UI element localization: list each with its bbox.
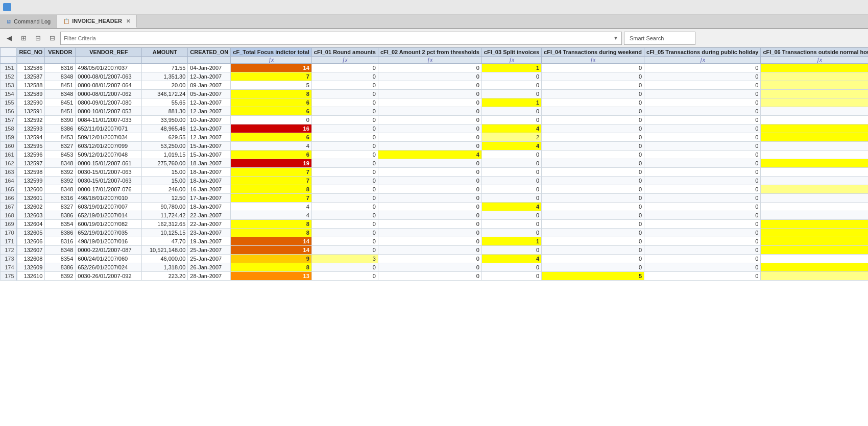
- cell-created_on[interactable]: 18-Jan-2007: [188, 177, 231, 185]
- col-vendor-header[interactable]: VENDOR: [45, 48, 76, 57]
- cell-cfi_05[interactable]: 0: [644, 64, 761, 72]
- smart-search-button[interactable]: Smart Search: [624, 32, 695, 45]
- cell-rowNum[interactable]: 152: [1, 72, 17, 81]
- cell-cf_total[interactable]: 6: [231, 98, 312, 107]
- cell-cfi_06[interactable]: 0: [761, 142, 868, 151]
- fx-cfi03[interactable]: ƒx: [481, 57, 541, 64]
- fx-cfi04[interactable]: ƒx: [542, 57, 644, 64]
- cell-cfi_05[interactable]: 0: [644, 185, 761, 194]
- cell-cfi_04[interactable]: 0: [542, 142, 644, 151]
- cell-cfi_05[interactable]: 0: [644, 116, 761, 124]
- cell-vendor[interactable]: 8392: [45, 168, 76, 177]
- cell-amount[interactable]: 12.50: [142, 194, 188, 203]
- cell-cfi_03[interactable]: 0: [481, 90, 541, 98]
- cell-cf_total[interactable]: 8: [231, 185, 312, 194]
- cell-cfi_05[interactable]: 0: [644, 168, 761, 177]
- cell-cfi_02[interactable]: 0: [378, 194, 481, 203]
- cell-rec_no[interactable]: 132591: [17, 107, 45, 116]
- cell-rec_no[interactable]: 132597: [17, 159, 45, 168]
- tab-commandlog[interactable]: 🖥 Command Log: [0, 15, 57, 28]
- cell-amount[interactable]: 55.65: [142, 98, 188, 107]
- cell-amount[interactable]: 162,312.65: [142, 220, 188, 229]
- cell-cfi_06[interactable]: 6: [761, 220, 868, 229]
- col-cfi05-header[interactable]: cFI_05 Transactions during public holida…: [644, 48, 761, 57]
- cell-cfi_05[interactable]: 0: [644, 255, 761, 263]
- cell-cfi_02[interactable]: 0: [378, 72, 481, 81]
- cell-rowNum[interactable]: 162: [1, 159, 17, 168]
- cell-cf_total[interactable]: 7: [231, 177, 312, 185]
- cell-cfi_02[interactable]: 0: [378, 203, 481, 211]
- cell-vendor[interactable]: 8453: [45, 151, 76, 159]
- cell-cfi_02[interactable]: 0: [378, 90, 481, 98]
- cell-vendor_ref[interactable]: 498/05/01/2007/037: [76, 64, 142, 72]
- cell-rowNum[interactable]: 153: [1, 81, 17, 90]
- cell-cfi_06[interactable]: 0: [761, 168, 868, 177]
- cell-cfi_02[interactable]: 0: [378, 81, 481, 90]
- cell-cf_total[interactable]: 5: [231, 81, 312, 90]
- cell-vendor_ref[interactable]: 0000-15/01/2007-061: [76, 159, 142, 168]
- cell-cf_total[interactable]: 14: [231, 64, 312, 72]
- cell-cfi_01[interactable]: 0: [311, 90, 378, 98]
- cell-rowNum[interactable]: 161: [1, 151, 17, 159]
- cell-cfi_04[interactable]: 5: [542, 272, 644, 281]
- cell-rec_no[interactable]: 132592: [17, 116, 45, 124]
- cell-cfi_05[interactable]: 0: [644, 142, 761, 151]
- cell-vendor[interactable]: 8316: [45, 64, 76, 72]
- cell-cf_total[interactable]: 16: [231, 124, 312, 133]
- cell-created_on[interactable]: 25-Jan-2007: [188, 255, 231, 263]
- cell-created_on[interactable]: 18-Jan-2007: [188, 168, 231, 177]
- cell-cfi_04[interactable]: 0: [542, 211, 644, 220]
- cell-vendor_ref[interactable]: 0000-17/01/2007-076: [76, 185, 142, 194]
- cell-cfi_03[interactable]: 0: [481, 272, 541, 281]
- cell-cfi_01[interactable]: 0: [311, 246, 378, 255]
- cell-cfi_01[interactable]: 0: [311, 142, 378, 151]
- cell-cfi_03[interactable]: 1: [481, 64, 541, 72]
- cell-cfi_06[interactable]: 6: [761, 64, 868, 72]
- cell-amount[interactable]: 1,019.15: [142, 151, 188, 159]
- cell-cfi_03[interactable]: 4: [481, 255, 541, 263]
- cell-cfi_04[interactable]: 0: [542, 229, 644, 237]
- cell-rec_no[interactable]: 132589: [17, 90, 45, 98]
- cell-rec_no[interactable]: 132602: [17, 203, 45, 211]
- cell-cfi_01[interactable]: 0: [311, 151, 378, 159]
- cell-rowNum[interactable]: 172: [1, 246, 17, 255]
- cell-cfi_04[interactable]: 0: [542, 98, 644, 107]
- cell-cfi_03[interactable]: 0: [481, 220, 541, 229]
- cell-amount[interactable]: 33,950.00: [142, 116, 188, 124]
- cell-cfi_03[interactable]: 0: [481, 185, 541, 194]
- cell-amount[interactable]: 11,724.42: [142, 211, 188, 220]
- cell-created_on[interactable]: 05-Jan-2007: [188, 90, 231, 98]
- cell-cfi_03[interactable]: 0: [481, 107, 541, 116]
- cell-rec_no[interactable]: 132594: [17, 133, 45, 142]
- cell-cfi_01[interactable]: 0: [311, 177, 378, 185]
- cell-cfi_02[interactable]: 0: [378, 98, 481, 107]
- cell-cfi_01[interactable]: 0: [311, 64, 378, 72]
- cell-vendor[interactable]: 8316: [45, 237, 76, 246]
- cell-cfi_01[interactable]: 0: [311, 220, 378, 229]
- cell-amount[interactable]: 71.55: [142, 64, 188, 72]
- cell-cfi_05[interactable]: 0: [644, 194, 761, 203]
- cell-vendor_ref[interactable]: 600/24/01/2007/060: [76, 255, 142, 263]
- cell-vendor_ref[interactable]: 0800-09/01/2007-080: [76, 98, 142, 107]
- cell-vendor_ref[interactable]: 652/19/01/2007/014: [76, 211, 142, 220]
- cell-cfi_01[interactable]: 0: [311, 237, 378, 246]
- cell-rec_no[interactable]: 132607: [17, 246, 45, 255]
- cell-cfi_01[interactable]: 0: [311, 263, 378, 272]
- cell-rec_no[interactable]: 132609: [17, 263, 45, 272]
- cell-cfi_06[interactable]: 0: [761, 203, 868, 211]
- cell-created_on[interactable]: 12-Jan-2007: [188, 72, 231, 81]
- cell-rec_no[interactable]: 132601: [17, 194, 45, 203]
- cell-cfi_01[interactable]: 0: [311, 81, 378, 90]
- col-cf-total-header[interactable]: cF_Total Focus indictor total: [231, 48, 312, 57]
- cell-created_on[interactable]: 15-Jan-2007: [188, 142, 231, 151]
- cell-cfi_03[interactable]: 0: [481, 263, 541, 272]
- filter-criteria-input[interactable]: [64, 35, 613, 41]
- cell-rowNum[interactable]: 168: [1, 211, 17, 220]
- cell-cfi_05[interactable]: 0: [644, 263, 761, 272]
- cell-vendor_ref[interactable]: 652/26/01/2007/024: [76, 263, 142, 272]
- cell-vendor_ref[interactable]: 0030-15/01/2007-063: [76, 168, 142, 177]
- cell-cfi_02[interactable]: 0: [378, 168, 481, 177]
- cell-cf_total[interactable]: 6: [231, 133, 312, 142]
- cell-vendor[interactable]: 8354: [45, 255, 76, 263]
- cell-vendor_ref[interactable]: 0800-10/01/2007-053: [76, 107, 142, 116]
